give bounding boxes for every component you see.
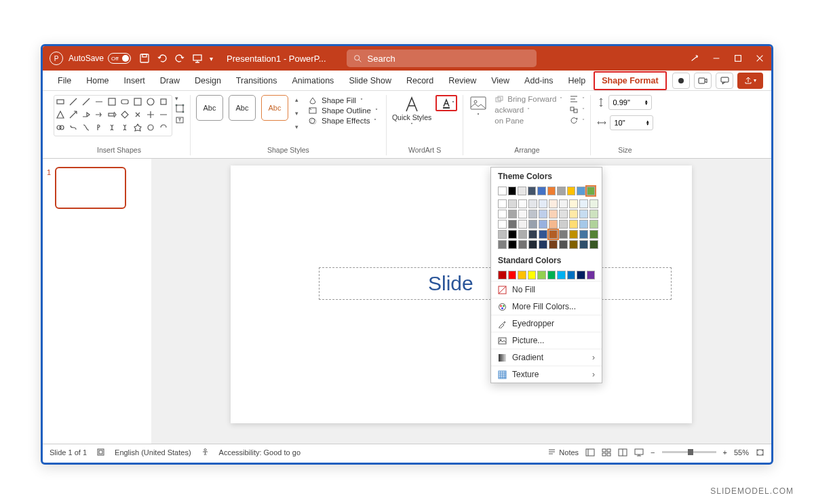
shade-swatch[interactable] [579, 230, 588, 239]
shade-swatch[interactable] [589, 230, 598, 239]
text-fill-button[interactable]: ˅ [435, 95, 457, 111]
shade-swatch[interactable] [508, 230, 517, 239]
standard-swatch[interactable] [518, 271, 526, 279]
slide-canvas[interactable]: Slide [231, 166, 692, 423]
present-icon[interactable] [192, 53, 203, 64]
more-colors-item[interactable]: More Fill Colors... [491, 298, 602, 315]
shade-swatch[interactable] [539, 199, 547, 208]
zoom-out-icon[interactable]: − [651, 448, 655, 457]
selection-pane-button[interactable]: on Pane [495, 117, 562, 125]
slide-thumbnail-1[interactable]: 1 [55, 167, 126, 209]
notes-toggle[interactable]: Notes [547, 448, 579, 457]
shade-swatch[interactable] [518, 210, 527, 218]
shade-swatch[interactable] [559, 230, 568, 239]
bring-forward-button[interactable]: Bring Forward ˅ [495, 95, 562, 103]
language-indicator[interactable]: English (United States) [115, 448, 191, 457]
shade-swatch[interactable] [539, 210, 547, 218]
share-button[interactable]: ▾ [737, 73, 763, 89]
shade-swatch[interactable] [589, 240, 598, 249]
minimize-icon[interactable] [712, 54, 721, 63]
shade-swatch[interactable] [539, 240, 547, 249]
theme-swatch[interactable] [577, 187, 585, 195]
comments-icon[interactable] [716, 73, 733, 89]
tab-home[interactable]: Home [79, 73, 115, 89]
shade-swatch[interactable] [559, 220, 568, 229]
tab-shape-format[interactable]: Shape Format [594, 71, 666, 90]
tab-draw[interactable]: Draw [153, 73, 187, 89]
shade-swatch[interactable] [569, 210, 578, 218]
shape-style-gallery[interactable]: Abc Abc Abc [196, 95, 288, 121]
tab-animations[interactable]: Animations [286, 73, 341, 89]
shade-swatch[interactable] [579, 210, 588, 218]
standard-swatch[interactable] [557, 271, 566, 279]
group-button[interactable]: ˅ [569, 106, 585, 114]
shade-swatch[interactable] [559, 210, 568, 218]
standard-swatch[interactable] [537, 271, 546, 279]
zoom-in-icon[interactable]: + [723, 448, 727, 457]
shade-swatch[interactable] [579, 220, 588, 229]
gradient-item[interactable]: Gradient [491, 349, 602, 366]
shade-swatch[interactable] [528, 199, 537, 208]
shade-swatch[interactable] [518, 240, 527, 249]
tab-slideshow[interactable]: Slide Show [342, 73, 398, 89]
shade-swatch[interactable] [589, 199, 598, 208]
search-input[interactable]: Search [347, 50, 537, 67]
picture-item[interactable]: Picture... [491, 332, 602, 349]
shade-swatch[interactable] [508, 240, 517, 249]
shade-swatch[interactable] [518, 220, 527, 229]
maximize-icon[interactable] [733, 54, 743, 63]
shade-swatch[interactable] [569, 240, 578, 249]
shade-swatch[interactable] [518, 230, 527, 239]
eyedropper-item[interactable]: Eyedropper [491, 315, 602, 332]
shade-swatch[interactable] [549, 220, 558, 229]
shade-swatch[interactable] [569, 199, 578, 208]
camera-icon[interactable] [694, 73, 712, 89]
shade-swatch[interactable] [498, 230, 507, 239]
theme-swatch[interactable] [547, 187, 556, 195]
shade-swatch[interactable] [528, 210, 537, 218]
shade-swatch[interactable] [508, 210, 517, 218]
textbox-icon[interactable] [175, 115, 185, 125]
shape-fill-button[interactable]: Shape Fill ˅ [308, 96, 378, 104]
shade-swatch[interactable] [518, 199, 527, 208]
mic-icon[interactable] [690, 54, 699, 63]
theme-swatch[interactable] [537, 187, 546, 195]
tab-addins[interactable]: Add-ins [518, 73, 560, 89]
shapes-gallery[interactable] [54, 95, 172, 136]
standard-swatch[interactable] [547, 271, 556, 279]
shade-swatch[interactable] [549, 210, 558, 218]
slide-counter[interactable]: Slide 1 of 1 [50, 448, 87, 457]
shade-swatch[interactable] [528, 220, 537, 229]
accessibility-status[interactable]: Accessibility: Good to go [219, 448, 301, 457]
shape-effects-button[interactable]: Shape Effects ˅ [308, 117, 378, 125]
tab-file[interactable]: File [51, 73, 78, 89]
rotate-button[interactable]: ˅ [569, 117, 585, 125]
tab-help[interactable]: Help [561, 73, 592, 89]
tab-record[interactable]: Record [400, 73, 440, 89]
theme-swatch[interactable] [587, 187, 596, 195]
shapes-more-icon[interactable]: ▾ [175, 95, 185, 102]
zoom-slider[interactable] [662, 451, 716, 453]
no-fill-item[interactable]: No Fill [491, 281, 602, 298]
autosave-toggle[interactable]: AutoSave Off [69, 53, 131, 64]
shade-swatch[interactable] [539, 220, 547, 229]
reading-view-icon[interactable] [618, 448, 627, 457]
align-button[interactable]: ˅ [569, 95, 585, 103]
slideshow-view-icon[interactable] [634, 448, 644, 457]
tab-view[interactable]: View [484, 73, 516, 89]
tab-review[interactable]: Review [442, 73, 483, 89]
normal-view-icon[interactable] [585, 448, 595, 457]
theme-swatch[interactable] [518, 187, 526, 195]
shade-swatch[interactable] [549, 199, 558, 208]
record-button-icon[interactable] [672, 73, 690, 89]
edit-shape-icon[interactable] [175, 104, 185, 113]
theme-swatch[interactable] [567, 187, 576, 195]
send-backward-button[interactable]: ackward ˅ [495, 106, 562, 114]
standard-swatch[interactable] [528, 271, 537, 279]
close-icon[interactable] [755, 54, 764, 63]
width-input[interactable]: 10"▴▾ [610, 115, 653, 130]
zoom-level[interactable]: 55% [734, 448, 749, 457]
spellcheck-icon[interactable] [96, 448, 105, 457]
shade-swatch[interactable] [589, 210, 598, 218]
shade-swatch[interactable] [539, 230, 547, 239]
